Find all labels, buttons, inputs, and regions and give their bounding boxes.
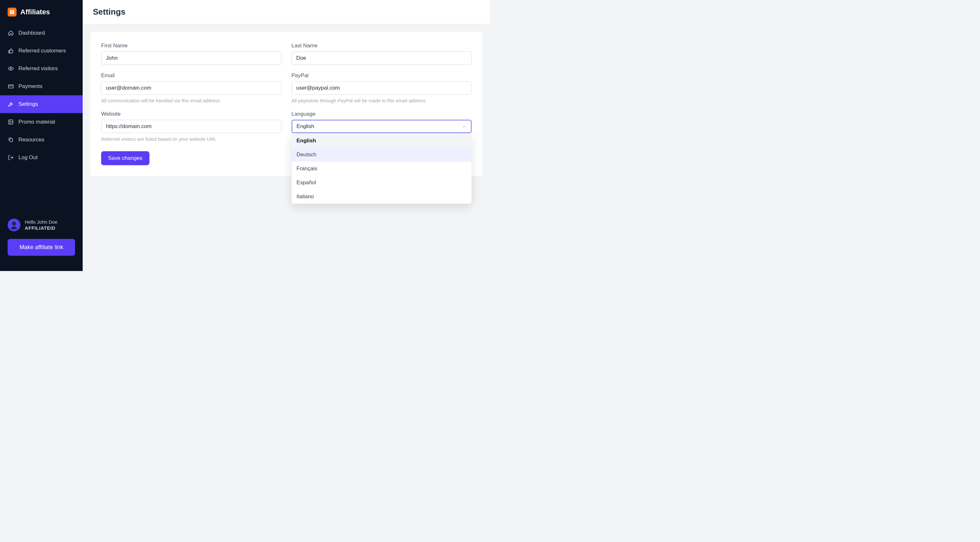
first-name-input[interactable] [101, 51, 282, 65]
brand-title: Affiliates [20, 8, 50, 16]
paypal-help: All payments through PayPal will be made… [291, 98, 472, 103]
save-changes-button[interactable]: Save changes [101, 151, 150, 165]
sidebar-footer: Hello John Doe AFFILIATEID Make affiliat… [0, 219, 83, 263]
main: Settings First Name Last Name Email [83, 0, 490, 271]
page-title: Settings [93, 7, 480, 17]
copy-icon [8, 136, 14, 143]
settings-card: First Name Last Name Email All communica… [90, 32, 482, 176]
save-row: Save changes [101, 151, 282, 165]
sidebar-item-label: Payments [18, 83, 43, 90]
sidebar-item-referred-customers[interactable]: Referred customers [0, 42, 83, 60]
sidebar-item-label: Referred visitors [18, 65, 58, 72]
sidebar-nav: Dashboard Referred customers Referred vi… [0, 24, 83, 166]
logout-icon [8, 154, 14, 161]
sidebar-item-label: Referred customers [18, 48, 66, 54]
sidebar-item-label: Resources [18, 136, 44, 143]
avatar [8, 219, 20, 231]
page-header: Settings [83, 0, 490, 24]
thumbs-up-icon [8, 48, 14, 54]
language-label: Language [291, 111, 472, 117]
field-first-name: First Name [101, 43, 282, 65]
language-option-francais[interactable]: Français [291, 162, 472, 176]
field-language: Language English English Deutsch Françai… [291, 111, 472, 142]
field-last-name: Last Name [291, 43, 472, 65]
sidebar-item-dashboard[interactable]: Dashboard [0, 24, 83, 42]
email-label: Email [101, 73, 282, 79]
svg-rect-5 [10, 139, 13, 142]
website-input[interactable] [101, 120, 282, 133]
svg-point-0 [10, 68, 12, 70]
last-name-input[interactable] [291, 51, 472, 65]
sidebar-item-label: Settings [18, 101, 38, 108]
sidebar-item-label: Promo material [18, 119, 55, 125]
language-select[interactable]: English [291, 120, 472, 133]
credit-card-icon [8, 83, 14, 90]
language-option-espanol[interactable]: Español [291, 176, 472, 190]
sidebar-item-settings[interactable]: Settings [0, 95, 83, 113]
chevron-up-icon [462, 124, 466, 129]
website-help: Referred visitors are listed based on yo… [101, 136, 282, 142]
sidebar-item-referred-visitors[interactable]: Referred visitors [0, 60, 83, 78]
home-icon [8, 30, 14, 36]
image-icon [8, 119, 14, 125]
brand-logo-icon [8, 8, 16, 16]
website-label: Website [101, 111, 282, 117]
last-name-label: Last Name [291, 43, 472, 49]
user-block: Hello John Doe AFFILIATEID [8, 219, 75, 231]
field-email: Email All communication will be handled … [101, 73, 282, 103]
language-selected-value: English [297, 123, 315, 130]
svg-point-7 [12, 222, 16, 225]
sidebar-item-label: Dashboard [18, 30, 45, 36]
content: First Name Last Name Email All communica… [83, 24, 490, 271]
brand: Affiliates [0, 8, 83, 24]
language-option-english[interactable]: English [291, 134, 472, 148]
make-affiliate-link-button[interactable]: Make affiliate link [8, 239, 75, 256]
user-greeting: Hello John Doe [25, 219, 57, 225]
sidebar-item-logout[interactable]: Log Out [0, 149, 83, 166]
language-option-italiano[interactable]: Italiano [291, 190, 472, 204]
sidebar: Affiliates Dashboard Referred customers … [0, 0, 83, 271]
email-help: All communication will be handled via th… [101, 98, 282, 103]
sidebar-item-resources[interactable]: Resources [0, 131, 83, 149]
wrench-icon [8, 101, 14, 108]
paypal-label: PayPal [291, 73, 472, 79]
first-name-label: First Name [101, 43, 282, 49]
sidebar-item-promo-material[interactable]: Promo material [0, 113, 83, 131]
svg-point-4 [10, 121, 10, 121]
language-dropdown: English Deutsch Français Español Italian… [291, 134, 472, 204]
field-website: Website Referred visitors are listed bas… [101, 111, 282, 142]
paypal-input[interactable] [291, 81, 472, 95]
eye-icon [8, 65, 14, 72]
sidebar-item-label: Log Out [18, 154, 38, 161]
email-input[interactable] [101, 81, 282, 95]
svg-rect-1 [9, 85, 13, 88]
user-affiliate-id: AFFILIATEID [25, 225, 57, 231]
field-paypal: PayPal All payments through PayPal will … [291, 73, 472, 103]
sidebar-item-payments[interactable]: Payments [0, 78, 83, 95]
language-option-deutsch[interactable]: Deutsch [291, 148, 472, 162]
